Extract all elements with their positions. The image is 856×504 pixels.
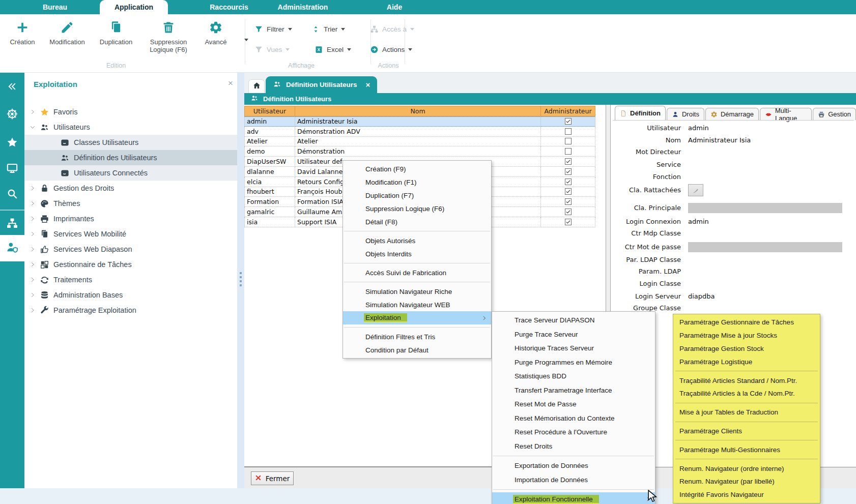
menu-item-exportation-de-donnees[interactable]: Exportation de Données — [492, 459, 655, 473]
acces-a-button[interactable]: Accès à — [370, 23, 414, 35]
detail-tab-droits[interactable]: Droits — [667, 108, 704, 120]
checkbox-checked[interactable] — [565, 179, 572, 185]
column-header-administrateur[interactable]: Administrateur — [541, 106, 595, 116]
menu-item-modification-f1[interactable]: Modification (F1) — [343, 175, 491, 189]
sidebar-item-definition-des-utilisateurs[interactable]: Définition des Utilisateurs — [24, 150, 237, 165]
rail-item-monitor-icon[interactable] — [0, 158, 24, 181]
checkbox-checked[interactable] — [565, 198, 572, 205]
table-row-adv[interactable]: advDémonstration ADV — [244, 127, 595, 137]
menu-item-condition-par-defaut[interactable]: Condition par Défaut — [343, 343, 491, 357]
detail-tab-multi-langue[interactable]: Multi-Langue — [760, 108, 812, 120]
actions-button[interactable]: Actions — [370, 44, 412, 55]
dropdown-caret-icon[interactable] — [347, 48, 351, 51]
menu-item-parametrage-mise-a-jour-stocks[interactable]: Paramétrage Mise à jour Stocks — [673, 329, 820, 342]
sidebar-item-classes-utilisateurs[interactable]: Classes Utilisateurs — [24, 135, 237, 150]
chevron-right-icon[interactable] — [30, 261, 37, 268]
filtrer-button[interactable]: Filtrer — [254, 23, 292, 35]
checkbox-unchecked[interactable] — [565, 138, 572, 144]
menu-item-parametrage-clients[interactable]: Paramétrage Clients — [673, 425, 820, 438]
excel-button[interactable]: Excel — [315, 44, 351, 55]
checkbox-checked[interactable] — [565, 118, 572, 125]
sidebar-item-services-web-diapason[interactable]: Services Web Diapason — [24, 242, 237, 257]
menu-item-statistiques-bdd[interactable]: Statistiques BDD — [492, 369, 655, 383]
menu-item-trace-serveur-diapason[interactable]: Trace Serveur DIAPASON — [492, 313, 655, 328]
dropdown-caret-icon[interactable] — [408, 48, 412, 51]
chevron-right-icon[interactable] — [30, 246, 37, 252]
tab-close-icon[interactable]: × — [366, 81, 370, 88]
checkbox-checked[interactable] — [565, 209, 572, 215]
sidebar-item-services-web-mobilite[interactable]: Services Web Mobilité — [24, 226, 237, 242]
detail-tab-demarrage[interactable]: Démarrage — [705, 108, 759, 120]
menu-tab-raccourcis[interactable]: Raccourcis — [210, 0, 248, 14]
menu-item-mise-a-jour-tables-de-traduction[interactable]: Mise à jour Tables de Traduction — [673, 406, 820, 419]
menu-item-purge-trace-serveur[interactable]: Purge Trace Serveur — [492, 328, 655, 342]
menu-item-duplication-f7[interactable]: Duplication (F7) — [343, 189, 491, 202]
close-view-button[interactable]: Fermer — [251, 471, 294, 485]
avance-button[interactable]: Avancé — [191, 20, 240, 46]
menu-item-detail-f8[interactable]: Détail (F8) — [343, 215, 491, 228]
detail-tab-definition[interactable]: Définition — [615, 106, 666, 120]
chevron-right-icon[interactable] — [30, 231, 37, 237]
menu-item-historique-traces-serveur[interactable]: Historique Traces Serveur — [492, 341, 655, 355]
menu-item-parametrage-gestion-stock[interactable]: Paramétrage Gestion Stock — [673, 342, 820, 355]
sidebar-item-imprimantes[interactable]: Imprimantes — [24, 211, 237, 226]
field-button-cla-rattachees[interactable] — [688, 184, 703, 196]
menu-item-simulation-navigateur-web[interactable]: Simulation Navigateur WEB — [343, 298, 491, 311]
sidebar-item-themes[interactable]: Thèmes — [24, 196, 237, 211]
rail-item-search-icon[interactable] — [0, 184, 24, 206]
menu-item-renum-navigateur-par-libelle[interactable]: Renum. Navigateur (par libellé) — [673, 475, 820, 488]
tab-definition-utilisateurs[interactable]: Définition Utilisateurs × — [266, 76, 377, 93]
menu-item-renum-navigateur-ordre-interne[interactable]: Renum. Navigateur (ordre interne) — [673, 462, 820, 475]
menu-item-simulation-navigateur-riche[interactable]: Simulation Navigateur Riche — [343, 285, 491, 298]
menu-item-suppression-logique-f6[interactable]: Suppression Logique (F6) — [343, 202, 491, 215]
dropdown-caret-icon[interactable] — [288, 28, 292, 31]
menu-item-integrite-favoris-navigateur[interactable]: Intégrité Favoris Navigateur — [673, 488, 820, 501]
suppression-logique-f6-button[interactable]: Suppression Logique (F6) — [144, 20, 193, 53]
checkbox-checked[interactable] — [565, 158, 572, 165]
menu-item-transfert-parametrage-interface[interactable]: Transfert Parametrage Interface — [492, 383, 655, 398]
sidebar-item-gestionnaire-de-taches[interactable]: Gestionnaire de Tâches — [24, 257, 237, 272]
chevron-down-icon[interactable] — [30, 124, 37, 130]
menu-item-reset-procedure-a-l-ouverture[interactable]: Reset Procédure à l'Ouverture — [492, 425, 655, 439]
checkbox-unchecked[interactable] — [565, 128, 572, 135]
menu-tab-administration[interactable]: Administration — [278, 0, 328, 14]
chevron-right-icon[interactable] — [30, 216, 37, 222]
column-header-nom[interactable]: Nom — [295, 106, 541, 116]
table-row-admin[interactable]: adminAdministrateur Isia — [244, 116, 595, 127]
chevron-right-icon[interactable] — [30, 185, 37, 191]
rail-item-chevrons-left-icon[interactable] — [0, 76, 24, 99]
detail-tab-gestion[interactable]: Gestion — [813, 108, 856, 120]
checkbox-checked[interactable] — [565, 188, 572, 195]
chevron-right-icon[interactable] — [30, 277, 37, 283]
menu-item-tracabilite-articles-a-la-cde-nom-ptr[interactable]: Traçabilité Articles à la Cde / Nom.Ptr. — [673, 387, 820, 400]
dropdown-caret-icon[interactable] — [341, 28, 345, 31]
field-input-ctr-mot-de-passe[interactable] — [688, 242, 842, 252]
menu-item-parametrage-logistique[interactable]: Paramétrage Logistique — [673, 355, 820, 368]
sidebar-item-utilisateurs-connectes[interactable]: Utilisateurs Connectés — [24, 165, 237, 181]
sidebar-close-icon[interactable]: × — [228, 78, 233, 88]
menu-item-parametrage-multi-gestionnaires[interactable]: Paramétrage Multi-Gestionnaires — [673, 443, 820, 456]
menu-tab-application[interactable]: Application — [100, 0, 168, 14]
dropdown-caret-icon[interactable] — [286, 48, 290, 51]
creation-button[interactable]: Création — [0, 20, 47, 46]
menu-item-tracabilite-articles-standard-nom-ptr[interactable]: Traçabilité Articles Standard / Nom.Ptr. — [673, 374, 820, 387]
checkbox-unchecked[interactable] — [565, 148, 572, 155]
table-row-atelier[interactable]: AtelierAtelier — [244, 137, 595, 147]
chevron-right-icon[interactable] — [30, 109, 37, 115]
menu-item-acces-suivi-de-fabrication[interactable]: Accès Suivi de Fabrication — [343, 266, 491, 279]
menu-item-reset-mot-de-passe[interactable]: Reset Mot de Passe — [492, 397, 655, 411]
menu-item-objets-autorises[interactable]: Objets Autorisés — [343, 234, 491, 247]
dropdown-caret-icon[interactable] — [410, 28, 414, 31]
duplication-button[interactable]: Duplication — [92, 20, 140, 46]
rail-item-person-shield-icon[interactable] — [0, 235, 24, 261]
chevron-right-icon[interactable] — [30, 307, 37, 313]
menu-item-exploitation-fonctionnelle[interactable]: Exploitation Fonctionnelle — [492, 492, 655, 504]
vues-button[interactable]: Vues — [254, 44, 290, 55]
rail-item-sitemap-icon[interactable] — [0, 213, 24, 235]
menu-tab-bureau[interactable]: Bureau — [43, 0, 67, 14]
column-header-utilisateur[interactable]: Utilisateur — [244, 106, 295, 116]
sidebar-item-parametrage-exploitation[interactable]: Paramétrage Exploitation — [24, 303, 237, 318]
rail-item-wheel-icon[interactable] — [0, 104, 24, 126]
menu-item-exploitation[interactable]: Exploitation — [343, 311, 491, 324]
menu-item-reset-droits[interactable]: Reset Droits — [492, 439, 655, 454]
